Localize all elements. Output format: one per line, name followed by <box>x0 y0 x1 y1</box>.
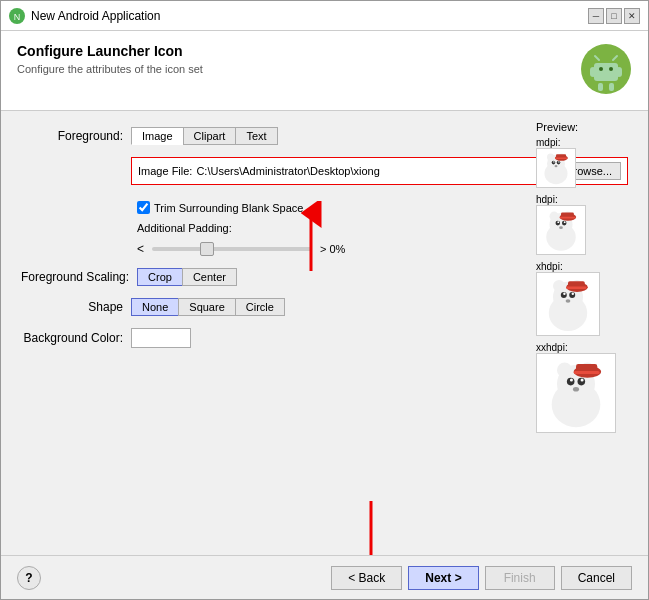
svg-point-38 <box>553 280 565 292</box>
slider-track <box>152 247 312 251</box>
app-icon: N <box>9 8 25 24</box>
preview-mdpi-label: mdpi: <box>536 137 636 148</box>
image-file-input[interactable] <box>196 165 553 177</box>
preview-hdpi: hdpi: <box>536 194 636 255</box>
svg-rect-4 <box>590 67 596 77</box>
svg-point-54 <box>570 379 573 382</box>
scaling-group: Crop Center <box>137 268 237 286</box>
preview-mdpi: mdpi: <box>536 137 636 188</box>
svg-point-26 <box>550 212 559 221</box>
svg-rect-10 <box>598 83 603 91</box>
svg-rect-47 <box>566 287 586 289</box>
shape-label: Shape <box>21 300 131 314</box>
preview-panel: Preview: mdpi: <box>536 121 636 439</box>
shape-group: None Square Circle <box>131 298 285 316</box>
tab-text[interactable]: Text <box>235 127 277 145</box>
svg-rect-3 <box>594 63 618 81</box>
content-area: Foreground: Image Clipart Text Image Fil… <box>1 111 648 555</box>
finish-button[interactable]: Finish <box>485 566 555 590</box>
svg-point-55 <box>581 379 584 382</box>
back-button[interactable]: < Back <box>331 566 402 590</box>
preview-title: Preview: <box>536 121 636 133</box>
slider-min-symbol: < <box>137 242 144 256</box>
header-text: Configure Launcher Icon Configure the at… <box>17 43 203 75</box>
svg-point-30 <box>557 221 559 223</box>
title-bar: N New Android Application ─ □ ✕ <box>1 1 648 31</box>
svg-rect-11 <box>609 83 614 91</box>
window-controls: ─ □ ✕ <box>588 8 640 24</box>
slider-max-value: > 0% <box>320 243 345 255</box>
tab-image[interactable]: Image <box>131 127 183 145</box>
svg-point-32 <box>559 226 563 229</box>
svg-point-7 <box>609 67 613 71</box>
preview-xhdpi-label: xhdpi: <box>536 261 636 272</box>
title-bar-left: N New Android Application <box>9 8 160 24</box>
svg-rect-23 <box>555 158 567 159</box>
svg-point-6 <box>599 67 603 71</box>
trim-label[interactable]: Trim Surrounding Blank Space <box>137 201 303 214</box>
cancel-button[interactable]: Cancel <box>561 566 632 590</box>
minimize-button[interactable]: ─ <box>588 8 604 24</box>
scaling-label: Foreground Scaling: <box>21 270 137 284</box>
shape-circle-btn[interactable]: Circle <box>235 298 285 316</box>
foreground-tab-group: Image Clipart Text <box>131 127 278 145</box>
trim-text: Trim Surrounding Blank Space <box>154 202 303 214</box>
svg-point-19 <box>558 161 559 162</box>
main-window: N New Android Application ─ □ ✕ Configur… <box>0 0 649 600</box>
help-button[interactable]: ? <box>17 566 41 590</box>
preview-hdpi-label: hdpi: <box>536 194 636 205</box>
preview-xxhdpi-img <box>536 353 616 433</box>
maximize-button[interactable]: □ <box>606 8 622 24</box>
scaling-crop-btn[interactable]: Crop <box>137 268 182 286</box>
svg-point-44 <box>566 299 571 303</box>
preview-xhdpi: xhdpi: <box>536 261 636 336</box>
arrow-down <box>341 491 401 555</box>
window-title: New Android Application <box>31 9 160 23</box>
next-button[interactable]: Next > <box>408 566 478 590</box>
svg-point-18 <box>553 161 554 162</box>
svg-rect-59 <box>574 371 600 374</box>
footer-left: ? <box>17 566 41 590</box>
scaling-center-btn[interactable]: Center <box>182 268 237 286</box>
close-button[interactable]: ✕ <box>624 8 640 24</box>
shape-none-btn[interactable]: None <box>131 298 178 316</box>
bg-color-picker[interactable] <box>131 328 191 348</box>
android-logo <box>580 43 632 98</box>
svg-point-20 <box>555 165 558 167</box>
svg-text:N: N <box>14 12 21 22</box>
preview-hdpi-img <box>536 205 586 255</box>
svg-point-31 <box>564 221 566 223</box>
svg-point-14 <box>547 154 554 161</box>
header-section: Configure Launcher Icon Configure the at… <box>1 31 648 111</box>
image-file-label: Image File: <box>138 165 192 177</box>
trim-checkbox[interactable] <box>137 201 150 214</box>
preview-xhdpi-img <box>536 272 600 336</box>
page-title: Configure Launcher Icon <box>17 43 203 59</box>
preview-mdpi-img <box>536 148 576 188</box>
preview-xxhdpi-label: xxhdpi: <box>536 342 636 353</box>
svg-point-56 <box>573 387 579 392</box>
page-subtitle: Configure the attributes of the icon set <box>17 63 203 75</box>
padding-label: Additional Padding: <box>137 222 232 234</box>
svg-rect-35 <box>560 217 576 219</box>
preview-xxhdpi: xxhdpi: <box>536 342 636 433</box>
footer-right: < Back Next > Finish Cancel <box>331 566 632 590</box>
svg-point-50 <box>557 363 572 378</box>
footer: ? < Back Next > Finish Cancel <box>1 555 648 599</box>
slider-thumb[interactable] <box>200 242 214 256</box>
bg-color-label: Background Color: <box>21 331 131 345</box>
shape-square-btn[interactable]: Square <box>178 298 234 316</box>
svg-point-43 <box>572 293 574 295</box>
svg-rect-5 <box>616 67 622 77</box>
foreground-label: Foreground: <box>21 129 131 143</box>
svg-point-42 <box>563 293 565 295</box>
tab-clipart[interactable]: Clipart <box>183 127 236 145</box>
